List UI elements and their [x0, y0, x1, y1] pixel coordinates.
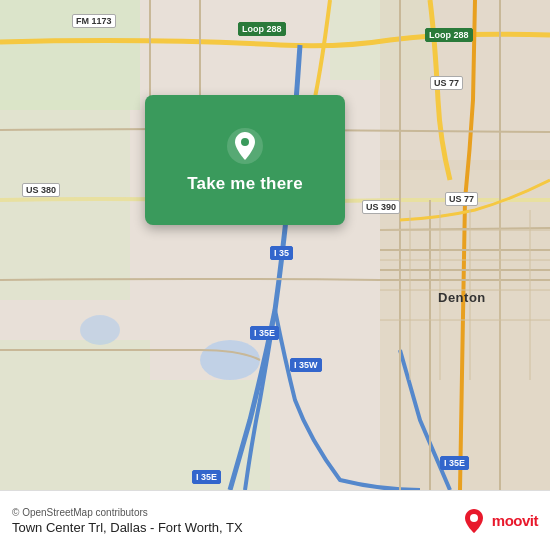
copyright-text: © OpenStreetMap contributors	[12, 507, 452, 518]
road-label-us77-mid: US 77	[445, 192, 478, 206]
city-label-denton: Denton	[438, 290, 486, 305]
moovit-pin-icon	[460, 507, 488, 535]
road-label-i35: I 35	[270, 246, 293, 260]
road-label-i35e-mid: I 35E	[250, 326, 279, 340]
svg-point-7	[80, 315, 120, 345]
road-label-loop288-right: Loop 288	[425, 28, 473, 42]
road-label-i35e-bot2: I 35E	[192, 470, 221, 484]
moovit-text: moovit	[492, 512, 538, 529]
moovit-logo: moovit	[460, 507, 538, 535]
map-container: FM 1173 Loop 288 Loop 288 US 77 US 380 U…	[0, 0, 550, 490]
road-label-i35e-bot: I 35E	[440, 456, 469, 470]
location-text: Town Center Trl, Dallas - Fort Worth, TX	[12, 520, 460, 535]
svg-point-20	[241, 138, 249, 146]
road-label-loop288-top: Loop 288	[238, 22, 286, 36]
road-label-fm1173: FM 1173	[72, 14, 116, 28]
take-me-there-label: Take me there	[187, 174, 303, 194]
svg-point-21	[470, 514, 478, 522]
location-pin-icon	[225, 126, 265, 166]
svg-point-6	[200, 340, 260, 380]
svg-rect-4	[0, 340, 150, 490]
road-label-i35w: I 35W	[290, 358, 322, 372]
take-me-there-card[interactable]: Take me there	[145, 95, 345, 225]
road-label-us77-top: US 77	[430, 76, 463, 90]
bottom-bar: © OpenStreetMap contributors Town Center…	[0, 490, 550, 550]
svg-rect-1	[0, 0, 140, 110]
road-label-us390: US 390	[362, 200, 400, 214]
bottom-left-info: © OpenStreetMap contributors Town Center…	[12, 507, 460, 535]
road-label-us380: US 380	[22, 183, 60, 197]
svg-rect-9	[380, 0, 550, 170]
